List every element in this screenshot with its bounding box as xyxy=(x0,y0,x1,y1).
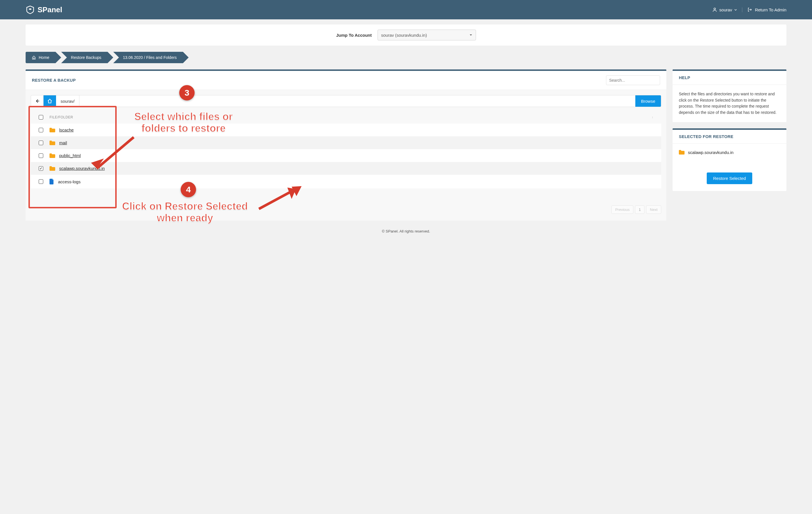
path-back-button[interactable] xyxy=(31,95,44,107)
search-box[interactable] xyxy=(606,76,660,85)
jump-to-account-bar: Jump To Account sourav (souravkundu.in) xyxy=(26,25,786,46)
home-icon xyxy=(47,98,52,104)
browse-button[interactable]: Browse xyxy=(635,95,661,107)
logout-icon xyxy=(747,7,752,12)
row-checkbox[interactable] xyxy=(39,128,43,132)
folder-icon xyxy=(50,141,55,145)
help-panel: HELP Select the files and directories yo… xyxy=(673,69,786,122)
brand: SPanel xyxy=(26,5,62,14)
table-row: public_html xyxy=(31,149,661,162)
row-checkbox[interactable] xyxy=(39,166,43,171)
table-row: scalawp.souravkundu.in xyxy=(31,162,661,175)
return-admin-label: Return To Admin xyxy=(755,7,786,12)
caret-down-icon xyxy=(469,34,472,36)
file-name-link[interactable]: mail xyxy=(59,140,67,145)
breadcrumb: Home Restore Backups 13.06.2020 / Files … xyxy=(26,52,786,63)
table-header: FILE/FOLDER ↑ xyxy=(31,111,661,123)
brand-logo-icon xyxy=(26,5,35,14)
file-icon xyxy=(50,179,54,184)
breadcrumb-restore-label: Restore Backups xyxy=(71,55,101,60)
account-select[interactable]: sourav (souravkundu.in) xyxy=(378,30,476,40)
restore-panel-head: RESTORE A BACKUP xyxy=(26,71,666,90)
help-title: HELP xyxy=(679,76,690,80)
file-name-link[interactable]: lscache xyxy=(59,127,74,132)
search-input[interactable] xyxy=(609,78,659,83)
select-all-checkbox[interactable] xyxy=(39,115,43,119)
app-header: SPanel sourav Return To Admin xyxy=(0,0,812,19)
breadcrumb-current[interactable]: 13.06.2020 / Files and Folders xyxy=(113,52,183,63)
help-body: Select the files and directories you wan… xyxy=(673,85,786,122)
selected-item: scalawp.souravkundu.in xyxy=(679,150,780,155)
pagination: Previous 1 Next xyxy=(31,205,661,214)
right-column: HELP Select the files and directories yo… xyxy=(673,69,786,221)
file-name-link[interactable]: scalawp.souravkundu.in xyxy=(59,166,105,171)
header-right: sourav Return To Admin xyxy=(713,7,786,12)
pagination-prev[interactable]: Previous xyxy=(611,205,633,214)
pagination-page[interactable]: 1 xyxy=(635,205,644,214)
pagination-next[interactable]: Next xyxy=(646,205,661,214)
row-checkbox[interactable] xyxy=(39,141,43,145)
breadcrumb-current-label: 13.06.2020 / Files and Folders xyxy=(123,55,177,60)
path-segment[interactable]: sourav/ xyxy=(56,95,79,107)
restore-panel-title: RESTORE A BACKUP xyxy=(32,78,76,83)
path-home-button[interactable] xyxy=(44,95,56,107)
brand-name: SPanel xyxy=(37,5,62,14)
path-input[interactable] xyxy=(79,95,635,107)
restore-selected-button[interactable]: Restore Selected xyxy=(707,172,752,184)
footer-text: © SPanel. All rights reserved. xyxy=(0,221,812,242)
jump-label: Jump To Account xyxy=(336,33,372,37)
row-checkbox[interactable] xyxy=(39,153,43,158)
column-header-filefolder[interactable]: FILE/FOLDER xyxy=(47,115,652,119)
file-name[interactable]: access-logs xyxy=(58,179,81,184)
breadcrumb-restore[interactable]: Restore Backups xyxy=(61,52,108,63)
svg-point-0 xyxy=(714,8,716,10)
user-name: sourav xyxy=(719,7,732,12)
file-name-link[interactable]: public_html xyxy=(59,153,81,158)
return-to-admin-link[interactable]: Return To Admin xyxy=(747,7,786,12)
path-bar: sourav/ Browse xyxy=(31,95,661,107)
selected-title: SELECTED FOR RESTORE xyxy=(679,134,733,139)
sort-icon[interactable]: ↑ xyxy=(652,116,657,119)
breadcrumb-home-label: Home xyxy=(39,55,49,60)
breadcrumb-home[interactable]: Home xyxy=(26,52,56,63)
table-row: lscache xyxy=(31,123,661,136)
folder-icon xyxy=(50,166,55,171)
folder-icon xyxy=(50,153,55,158)
arrow-left-icon xyxy=(35,98,40,104)
folder-icon xyxy=(50,128,55,132)
selected-panel: SELECTED FOR RESTORE scalawp.souravkundu… xyxy=(673,128,786,191)
user-menu[interactable]: sourav xyxy=(713,7,742,12)
account-select-value: sourav (souravkundu.in) xyxy=(381,33,427,37)
selected-item-name: scalawp.souravkundu.in xyxy=(688,150,733,155)
folder-icon xyxy=(679,150,685,154)
restore-panel: RESTORE A BACKUP sourav/ Browse xyxy=(26,69,666,221)
row-checkbox[interactable] xyxy=(39,179,43,184)
table-row: mail xyxy=(31,136,661,149)
user-icon xyxy=(713,7,717,12)
caret-down-icon xyxy=(734,8,737,11)
home-icon xyxy=(32,56,36,59)
table-row: access-logs xyxy=(31,175,661,189)
